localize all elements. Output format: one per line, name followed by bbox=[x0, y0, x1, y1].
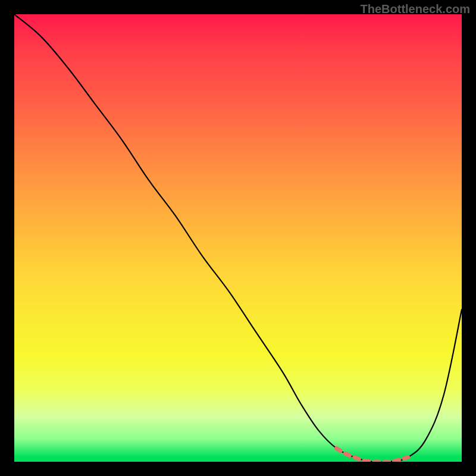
watermark-text: TheBottleneck.com bbox=[361, 2, 470, 16]
chart-svg bbox=[14, 14, 462, 462]
chart-plot-area bbox=[14, 14, 462, 462]
main-curve-path bbox=[14, 14, 462, 462]
highlight-curve-path bbox=[336, 448, 408, 462]
